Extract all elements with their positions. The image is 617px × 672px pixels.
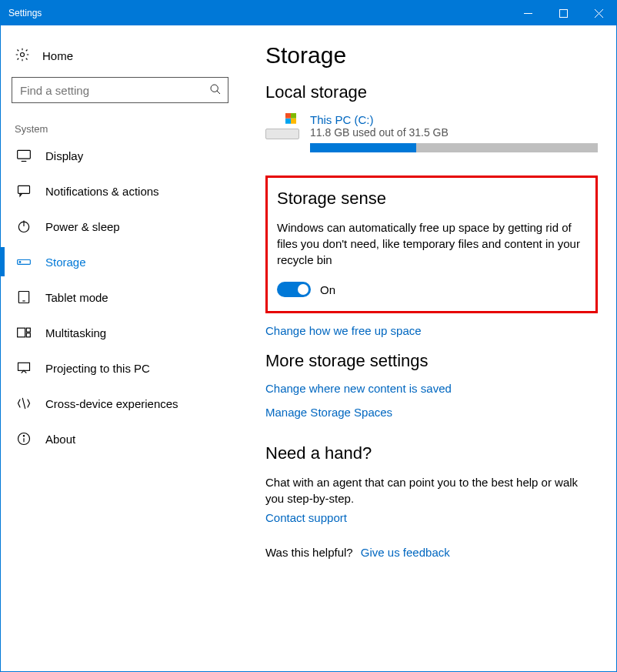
- search-input[interactable]: [20, 84, 209, 97]
- sidebar-item-display[interactable]: Display: [12, 138, 228, 173]
- sidebar-item-label: Notifications & actions: [45, 185, 159, 198]
- minimize-button[interactable]: [510, 1, 545, 25]
- svg-rect-19: [18, 363, 30, 370]
- sidebar-item-storage[interactable]: Storage: [12, 244, 228, 279]
- power-icon: [16, 219, 32, 234]
- sidebar-item-power[interactable]: Power & sleep: [12, 209, 228, 244]
- project-icon: [16, 360, 32, 376]
- svg-point-22: [23, 436, 24, 436]
- contact-support-link[interactable]: Contact support: [265, 511, 598, 524]
- more-settings-heading: More storage settings: [265, 351, 598, 371]
- close-button[interactable]: [581, 1, 616, 25]
- storage-sense-heading: Storage sense: [277, 189, 586, 209]
- drive-info: This PC (C:) 11.8 GB used out of 31.5 GB: [310, 113, 598, 152]
- sidebar: Home System Display Notifications & acti…: [1, 25, 239, 671]
- svg-rect-16: [18, 328, 25, 337]
- feedback-question: Was this helpful?: [265, 546, 353, 559]
- crossdevice-icon: [16, 396, 32, 411]
- storage-sense-toggle[interactable]: [277, 282, 311, 297]
- help-text: Chat with an agent that can point you to…: [265, 474, 598, 507]
- page-title: Storage: [265, 42, 598, 69]
- svg-line-6: [217, 91, 220, 94]
- sidebar-item-label: Multitasking: [45, 326, 106, 339]
- sidebar-item-label: Display: [45, 149, 83, 162]
- feedback-row: Was this helpful? Give us feedback: [265, 546, 598, 559]
- svg-rect-17: [26, 328, 30, 332]
- feedback-link[interactable]: Give us feedback: [361, 546, 450, 559]
- chat-icon: [16, 183, 32, 199]
- storage-icon: [16, 254, 32, 269]
- sidebar-item-about[interactable]: About: [12, 421, 228, 456]
- manage-storage-spaces-link[interactable]: Manage Storage Spaces: [265, 406, 598, 419]
- main-content: Storage Local storage This PC (C:) 11.8 …: [239, 25, 616, 671]
- window-title: Settings: [8, 8, 510, 18]
- svg-point-13: [19, 262, 21, 263]
- drive-usage: 11.8 GB used out of 31.5 GB: [310, 126, 598, 139]
- drive-row[interactable]: This PC (C:) 11.8 GB used out of 31.5 GB: [265, 113, 598, 152]
- storage-sense-toggle-row: On: [277, 282, 586, 297]
- sidebar-item-multitasking[interactable]: Multitasking: [12, 315, 228, 350]
- sidebar-item-label: Tablet mode: [45, 291, 108, 304]
- change-free-up-link[interactable]: Change how we free up space: [265, 324, 598, 337]
- svg-rect-18: [26, 333, 30, 337]
- sidebar-item-tablet[interactable]: Tablet mode: [12, 279, 228, 315]
- gear-icon: [15, 47, 30, 65]
- monitor-icon: [16, 148, 32, 163]
- maximize-button[interactable]: [545, 1, 581, 25]
- sidebar-item-label: Power & sleep: [45, 220, 120, 233]
- sidebar-item-crossdevice[interactable]: Cross-device experiences: [12, 386, 228, 421]
- sidebar-item-notifications[interactable]: Notifications & actions: [12, 173, 228, 209]
- sidebar-item-label: Storage: [45, 256, 86, 269]
- local-storage-heading: Local storage: [265, 82, 598, 102]
- home-label: Home: [42, 49, 73, 62]
- drive-name: This PC (C:): [310, 113, 598, 126]
- sidebar-section-label: System: [15, 123, 228, 135]
- drive-usage-fill: [310, 143, 416, 152]
- svg-point-4: [21, 53, 25, 57]
- help-heading: Need a hand?: [265, 443, 598, 463]
- sidebar-nav: Display Notifications & actions Power & …: [12, 138, 228, 456]
- storage-sense-section: Storage sense Windows can automatically …: [265, 176, 598, 313]
- svg-point-5: [211, 85, 218, 92]
- drive-icon: [265, 113, 299, 139]
- drive-usage-bar: [310, 143, 598, 152]
- svg-rect-9: [18, 186, 30, 193]
- search-box[interactable]: [12, 77, 228, 103]
- svg-rect-7: [18, 150, 31, 159]
- storage-sense-toggle-label: On: [320, 283, 335, 296]
- storage-sense-description: Windows can automatically free up space …: [277, 219, 586, 268]
- tablet-icon: [16, 289, 32, 305]
- multitask-icon: [16, 325, 32, 340]
- change-new-content-link[interactable]: Change where new content is saved: [265, 382, 598, 395]
- svg-rect-1: [559, 9, 567, 17]
- sidebar-item-label: Projecting to this PC: [45, 362, 150, 375]
- sidebar-item-label: Cross-device experiences: [45, 397, 178, 410]
- search-icon: [209, 83, 222, 98]
- sidebar-item-label: About: [45, 433, 75, 446]
- info-icon: [16, 431, 32, 446]
- sidebar-item-projecting[interactable]: Projecting to this PC: [12, 350, 228, 386]
- home-nav[interactable]: Home: [12, 41, 228, 77]
- window-titlebar: Settings: [1, 1, 616, 25]
